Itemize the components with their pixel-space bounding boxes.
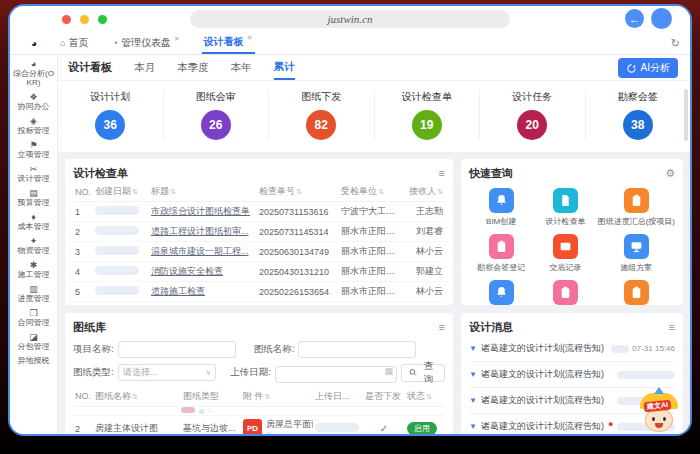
avatar-button[interactable] xyxy=(651,8,672,29)
quick-item-survey-sign[interactable]: 勘察会签登记 xyxy=(469,234,533,273)
quick-item-achievement[interactable]: 技术成果申报 xyxy=(469,280,533,306)
sidebar-item-subcontract[interactable]: ◪分包管理 xyxy=(10,330,57,354)
card-icon xyxy=(559,240,572,253)
sort-column[interactable]: 接收人 xyxy=(401,182,445,202)
download-icon[interactable]: ↓ xyxy=(275,431,282,437)
table-row-clipped: ◎↓ xyxy=(73,406,445,415)
stat-circle: 38 xyxy=(623,110,653,140)
redacted-date xyxy=(93,222,149,242)
sidebar-item-project[interactable]: ⚑立项管理 xyxy=(10,138,57,162)
sidebar-item-tax[interactable]: 异地报税 xyxy=(10,354,57,368)
app-logo-icon: ◕ xyxy=(10,38,58,49)
sidebar-item-bid[interactable]: ◈投标管理 xyxy=(10,114,57,138)
browser-window: justwin.cn ← ◕ ⌂ 首页 ◔ 管理仪表盘 ✕ 设计看板 ✕ ↻ ◕… xyxy=(8,4,692,436)
close-traffic-light[interactable] xyxy=(62,15,71,24)
preview-icon[interactable]: ◎ xyxy=(266,431,275,437)
sort-column[interactable]: 创建日期 xyxy=(93,182,149,202)
message-item[interactable]: ▼诸葛建文的设计计划(流程告知) xyxy=(469,362,675,388)
tab-home[interactable]: ⌂ 首页 xyxy=(58,32,90,54)
sort-column[interactable]: 受检单位 xyxy=(339,182,401,202)
sidebar-item-okr[interactable]: ◕综合分析(OKR) xyxy=(10,57,57,90)
stat-drawing-issue[interactable]: 图纸下发 82 xyxy=(269,90,375,140)
monitor-icon xyxy=(630,240,643,253)
attachment-link[interactable]: 房屋总平面设计图.pdf xyxy=(266,419,313,429)
table-row[interactable]: 2 道路工程设计图纸初审... 20250731145314 丽水市正阳电力设计… xyxy=(73,222,445,242)
table-row[interactable]: 3 温泉城市建设一期工程... 20250630134749 丽水市正阳电力设计… xyxy=(73,242,445,262)
quick-item-progress-summary[interactable]: 图纸进度汇总(按项目) xyxy=(598,188,675,227)
message-item[interactable]: ▼诸葛建文的设计计划(流程告知) 07-31 15:46 xyxy=(469,336,675,362)
tab-quarter[interactable]: 本季度 xyxy=(177,55,209,80)
table-row[interactable]: 2 房建主体设计图 基坑与边坡... PD 房屋总平面设计图.pdf ◎↓ ✓ xyxy=(73,415,445,436)
table-row[interactable]: 4 消防设施安全检查 20250430131210 丽水市正阳电力设计院有...… xyxy=(73,262,445,282)
minimize-traffic-light[interactable] xyxy=(80,15,89,24)
tab-dashboard[interactable]: ◔ 管理仪表盘 ✕ xyxy=(110,32,181,54)
scrollbar[interactable] xyxy=(684,89,688,141)
stat-circle: 20 xyxy=(517,110,547,140)
quick-item-task-book[interactable]: 设计任务书 xyxy=(598,280,675,306)
close-tab-icon[interactable]: ✕ xyxy=(247,34,253,42)
collab-icon: ❖ xyxy=(11,92,56,102)
quick-item-check-sheet[interactable]: 设计检查单 xyxy=(533,188,597,227)
stat-design-task[interactable]: 设计任务 20 xyxy=(480,90,586,140)
check-title-link[interactable]: 道路工程设计图纸初审... xyxy=(151,226,249,236)
url-bar[interactable]: justwin.cn xyxy=(190,10,510,28)
ai-analysis-button[interactable]: AI分析 xyxy=(618,58,678,78)
drawings-panel: 图纸库 ≡ 项目名称: 图纸名称: 图纸类型: 请选择... ∨ xyxy=(64,312,454,436)
gear-icon[interactable]: ⚙ xyxy=(665,167,675,180)
tab-dashboard-label: 管理仪表盘 xyxy=(121,36,171,50)
stat-survey-sign[interactable]: 勘察会签 38 xyxy=(586,90,691,140)
sort-column[interactable]: 图纸名称 xyxy=(93,387,181,407)
sidebar-item-progress[interactable]: ▥进度管理 xyxy=(10,282,57,306)
maximize-traffic-light[interactable] xyxy=(98,15,107,24)
refresh-icon[interactable]: ↻ xyxy=(671,37,680,50)
sidebar-item-construction[interactable]: ✱施工管理 xyxy=(10,258,57,282)
check-title-link[interactable]: 市政综合设计图纸检查单 xyxy=(151,206,250,216)
check-title-link[interactable]: 道路施工检查 xyxy=(151,286,205,296)
message-arrow-icon: ▼ xyxy=(469,344,477,353)
search-button[interactable]: 查询 xyxy=(401,364,445,382)
unread-dot: ● xyxy=(608,419,613,429)
quick-item-bim[interactable]: BIM创建 xyxy=(469,188,533,227)
tab-month[interactable]: 本月 xyxy=(134,55,155,80)
sort-column[interactable]: 检查单号 xyxy=(257,182,339,202)
quick-item-scheme[interactable]: 施组方案 xyxy=(598,234,675,273)
sort-column[interactable]: 状态 xyxy=(405,387,445,407)
sidebar-item-collab[interactable]: ❖协同办公 xyxy=(10,90,57,114)
stat-design-plan[interactable]: 设计计划 36 xyxy=(58,90,164,140)
table-row[interactable]: 1 市政综合设计图纸检查单 20250731153616 宁波宁大工程建设监理有… xyxy=(73,202,445,222)
menu-icon[interactable]: ≡ xyxy=(439,167,445,179)
tab-design-board[interactable]: 设计看板 ✕ xyxy=(202,32,255,54)
upload-date-input[interactable] xyxy=(275,366,397,383)
sidebar-item-design[interactable]: ✂设计管理 xyxy=(10,162,57,186)
close-tab-icon[interactable]: ✕ xyxy=(174,35,180,43)
stat-drawing-review[interactable]: 图纸会审 26 xyxy=(164,90,270,140)
row-count: 总共 19 行 xyxy=(73,302,445,306)
sort-column[interactable]: 附 件 xyxy=(241,387,313,407)
check-title-link[interactable]: 消防设施安全检查 xyxy=(151,266,223,276)
menu-icon[interactable]: ≡ xyxy=(439,321,445,333)
sort-column[interactable]: 标题 xyxy=(149,182,257,202)
contract-icon: ❒ xyxy=(11,308,56,318)
back-button[interactable]: ← xyxy=(625,9,644,28)
tab-year[interactable]: 本年 xyxy=(231,55,252,80)
sidebar-item-materials[interactable]: ✦物资管理 xyxy=(10,234,57,258)
ai-mascot[interactable]: 建文AI xyxy=(636,391,682,436)
menu-icon[interactable]: ≡ xyxy=(669,321,675,333)
quick-item-commission[interactable]: 设计委托书 xyxy=(533,280,597,306)
panel-title: 设计检查单 xyxy=(73,166,128,181)
home-icon: ⌂ xyxy=(60,38,65,48)
drawing-type-select[interactable]: 请选择... ∨ xyxy=(118,364,217,381)
table-row[interactable]: 5 道路施工检查 20250226153654 丽水市正阳电力设计院有... 林… xyxy=(73,282,445,302)
sidebar-item-cost[interactable]: ♦成本管理 xyxy=(10,210,57,234)
tab-total[interactable]: 累计 xyxy=(274,55,295,80)
check-title-link[interactable]: 温泉城市建设一期工程... xyxy=(151,246,249,256)
progress-icon: ▥ xyxy=(11,284,56,294)
drawing-name-input[interactable] xyxy=(298,341,416,358)
quick-item-disclosure[interactable]: 交底记录 xyxy=(533,234,597,273)
clipboard-icon xyxy=(630,286,643,299)
stat-check-sheet[interactable]: 设计检查单 19 xyxy=(375,90,481,140)
project-name-input[interactable] xyxy=(118,341,236,358)
budget-icon: ▤ xyxy=(11,188,56,198)
sidebar-item-budget[interactable]: ▤预算管理 xyxy=(10,186,57,210)
sidebar-item-contract[interactable]: ❒合同管理 xyxy=(10,306,57,330)
